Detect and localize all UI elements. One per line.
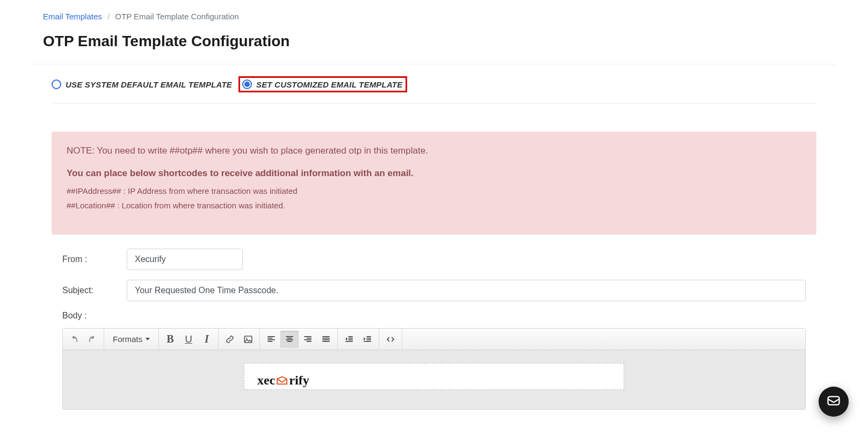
formats-label: Formats — [113, 335, 142, 344]
source-code-button[interactable] — [381, 331, 400, 348]
page-title: OTP Email Template Configuration — [32, 25, 836, 64]
align-center-button[interactable] — [280, 331, 299, 348]
from-row: From : — [62, 249, 806, 270]
italic-icon: I — [205, 333, 209, 345]
align-justify-button[interactable] — [317, 331, 335, 348]
undo-button[interactable] — [65, 331, 83, 348]
redo-icon — [88, 335, 97, 344]
align-right-icon — [303, 335, 313, 344]
rich-text-editor: Formats B U I — [62, 328, 806, 410]
bold-button[interactable]: B — [161, 331, 179, 348]
from-label: From : — [62, 255, 127, 264]
formats-dropdown[interactable]: Formats — [106, 331, 156, 348]
align-center-icon — [285, 335, 294, 344]
align-right-button[interactable] — [299, 331, 317, 348]
bold-icon: B — [167, 333, 173, 345]
editor-content-area[interactable]: xec rify — [63, 350, 805, 409]
body-label: Body : — [62, 311, 806, 321]
shortcode-location: ##Location## : Location from where trans… — [67, 201, 801, 210]
radio-default-template[interactable]: USE SYSTEM DEFAULT EMAIL TEMPLATE — [52, 79, 232, 89]
divider — [32, 64, 836, 64]
breadcrumb-link-parent[interactable]: Email Templates — [43, 12, 102, 21]
note-shortcodes-heading: You can place below shortcodes to receiv… — [67, 168, 801, 179]
email-canvas: xec rify — [226, 363, 642, 390]
image-icon — [243, 335, 253, 344]
svg-point-1 — [246, 337, 247, 338]
outdent-button[interactable] — [340, 331, 358, 348]
radio-custom-template[interactable]: SET CUSTOMIZED EMAIL TEMPLATE — [242, 79, 402, 89]
highlight-custom-option: SET CUSTOMIZED EMAIL TEMPLATE — [238, 76, 407, 92]
redo-button[interactable] — [83, 331, 102, 348]
subject-input[interactable] — [127, 280, 806, 301]
breadcrumb-current: OTP Email Template Configuration — [115, 12, 238, 21]
editor-toolbar: Formats B U I — [63, 329, 805, 350]
chat-icon — [826, 394, 841, 409]
align-left-button[interactable] — [262, 331, 280, 348]
radio-default-label: USE SYSTEM DEFAULT EMAIL TEMPLATE — [66, 80, 232, 89]
subject-row: Subject: — [62, 280, 806, 301]
subject-label: Subject: — [62, 286, 127, 295]
radio-custom-label: SET CUSTOMIZED EMAIL TEMPLATE — [256, 80, 402, 89]
image-button[interactable] — [239, 331, 257, 348]
outdent-icon — [344, 335, 354, 344]
radio-icon — [52, 79, 61, 89]
indent-button[interactable] — [358, 331, 377, 348]
align-justify-icon — [321, 335, 331, 344]
shortcode-ip: ##IPAddress## : IP Address from where tr… — [67, 186, 801, 195]
email-body-frame: xec rify — [244, 363, 624, 390]
undo-icon — [69, 335, 79, 344]
envelope-icon — [276, 376, 288, 386]
divider — [52, 103, 816, 104]
link-button[interactable] — [221, 331, 239, 348]
note-box: NOTE: You need to write ##otp## where yo… — [52, 132, 816, 235]
template-mode-radios: USE SYSTEM DEFAULT EMAIL TEMPLATE SET CU… — [32, 74, 836, 103]
indent-icon — [363, 335, 372, 344]
breadcrumb-separator: / — [107, 12, 110, 21]
code-icon — [386, 335, 395, 344]
brand-part1: xec — [257, 373, 275, 388]
breadcrumb: Email Templates / OTP Email Template Con… — [32, 0, 836, 25]
caret-down-icon — [146, 338, 150, 340]
underline-icon: U — [185, 333, 192, 345]
note-otp-line: NOTE: You need to write ##otp## where yo… — [67, 146, 801, 156]
align-left-icon — [266, 335, 276, 344]
brand-logo: xec rify — [257, 373, 309, 388]
link-icon — [225, 335, 235, 344]
italic-button[interactable]: I — [198, 331, 216, 348]
underline-button[interactable]: U — [179, 331, 198, 348]
from-input[interactable] — [127, 249, 243, 270]
brand-part2: rify — [289, 373, 309, 388]
radio-icon-selected — [242, 79, 252, 89]
